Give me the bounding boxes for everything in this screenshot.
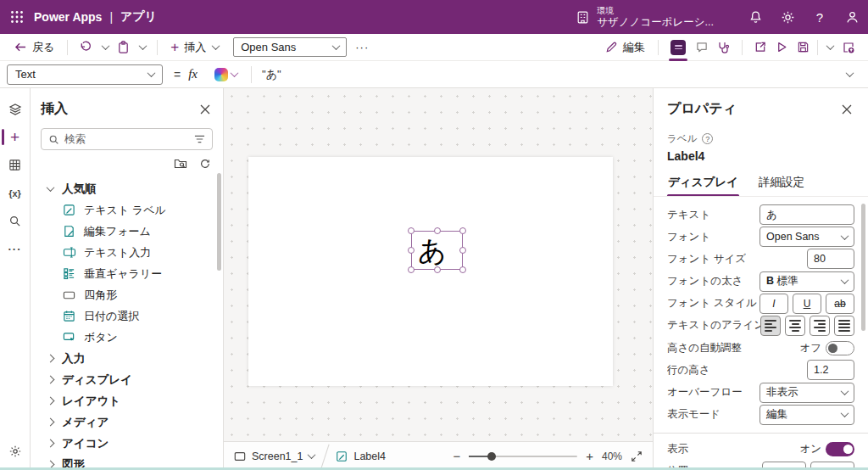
rail-insert-button[interactable]: +	[0, 123, 31, 151]
properties-panel-close-icon[interactable]	[839, 102, 854, 117]
tree-item-button[interactable]: ボタン	[41, 327, 213, 348]
align-left-button[interactable]	[760, 316, 781, 336]
back-button[interactable]: 戻る	[8, 37, 60, 58]
font-family-dropdown[interactable]: Open Sans	[233, 37, 347, 57]
tree-group-layout[interactable]: レイアウト	[41, 390, 213, 411]
resize-handle-s[interactable]	[434, 266, 441, 273]
tree-item-rectangle[interactable]: 四角形	[41, 284, 213, 305]
tree-item-date-picker[interactable]: 日付の選択	[41, 305, 213, 327]
line-height-input[interactable]: 1.2	[807, 360, 854, 380]
screen-selector[interactable]: Screen1_1	[234, 450, 314, 462]
tree-group-media[interactable]: メディア	[41, 411, 213, 433]
align-center-button[interactable]	[785, 316, 805, 336]
properties-panel-scrollbar[interactable]	[861, 204, 865, 331]
environment-picker[interactable]: 環境 サザノノコーポレーシ...	[576, 6, 714, 28]
zoom-out-button[interactable]: −	[453, 449, 460, 463]
formula-bar-expand-chevron[interactable]	[837, 71, 861, 77]
design-canvas[interactable]: あ	[224, 88, 653, 441]
resize-handle-se[interactable]	[459, 266, 466, 273]
component-library-icon[interactable]	[174, 158, 187, 170]
insert-tree: 人気順 テキスト ラベル 編集フォーム	[41, 178, 213, 470]
screen-artboard[interactable]: あ	[248, 157, 613, 386]
insert-panel-scrollbar[interactable]	[217, 173, 221, 271]
refresh-icon[interactable]	[199, 158, 211, 170]
resize-handle-ne[interactable]	[459, 227, 466, 234]
control-help-icon[interactable]: ?	[702, 133, 713, 144]
tree-group-popular[interactable]: 人気順	[41, 178, 213, 199]
auto-height-toggle[interactable]	[826, 341, 854, 355]
insert-search-input[interactable]: 検索	[41, 128, 213, 150]
property-dropdown[interactable]: Text	[7, 64, 163, 85]
app-checker-button[interactable]	[713, 38, 735, 57]
rail-data-button[interactable]	[0, 151, 31, 179]
authoring-view-button[interactable]	[665, 36, 691, 59]
overflow-dropdown[interactable]: 非表示	[760, 383, 854, 403]
paste-dropdown-chevron[interactable]	[136, 42, 150, 53]
properties-panel-title: プロパティ	[667, 100, 737, 118]
strikethrough-button[interactable]: ab	[826, 294, 854, 314]
formula-input[interactable]: "あ"	[206, 64, 837, 86]
toolbar-overflow-button[interactable]: ···	[347, 41, 377, 53]
edit-button[interactable]: 編集	[599, 37, 651, 58]
rail-tree-view-button[interactable]	[0, 95, 31, 123]
clipboard-paste-icon	[117, 41, 130, 54]
formula-text[interactable]: "あ"	[262, 67, 281, 82]
help-icon[interactable]: ?	[804, 0, 836, 34]
tree-group-icons[interactable]: アイコン	[41, 433, 213, 454]
text-value-input[interactable]: あ	[760, 204, 854, 225]
selected-control-breadcrumb[interactable]: Label4	[336, 450, 386, 462]
paste-button[interactable]	[113, 38, 134, 57]
tree-item-edit-form[interactable]: 編集フォーム	[41, 221, 213, 242]
tab-advanced[interactable]: 詳細設定	[758, 171, 805, 197]
filter-icon[interactable]	[194, 134, 205, 144]
vertical-gallery-icon	[62, 267, 76, 280]
weight-bold-glyph: B	[766, 275, 774, 287]
insert-button[interactable]: + 挿入	[164, 36, 225, 59]
account-person-icon[interactable]	[836, 0, 868, 34]
fullscreen-expand-icon[interactable]	[631, 450, 643, 462]
underline-button[interactable]: U	[793, 294, 821, 314]
tree-item-text-input[interactable]: テキスト入力	[41, 242, 213, 263]
waffle-menu-icon[interactable]	[0, 0, 34, 34]
undo-dropdown-chevron[interactable]	[98, 42, 113, 53]
rail-settings-button[interactable]	[0, 437, 31, 465]
notifications-bell-icon[interactable]	[739, 0, 771, 34]
align-right-button[interactable]	[810, 316, 830, 336]
tree-group-input[interactable]: 入力	[41, 348, 213, 369]
zoom-slider[interactable]	[469, 456, 577, 457]
tab-display[interactable]: ディスプレイ	[667, 171, 739, 197]
preview-play-button[interactable]	[771, 38, 793, 56]
resize-handle-sw[interactable]	[408, 266, 415, 273]
tree-item-text-label[interactable]: テキスト ラベル	[41, 199, 213, 221]
italic-button[interactable]: I	[760, 294, 788, 314]
resize-handle-w[interactable]	[408, 247, 415, 254]
copilot-button[interactable]	[211, 66, 241, 83]
insert-panel-close-icon[interactable]	[198, 102, 213, 117]
publish-button[interactable]	[837, 38, 860, 57]
font-dropdown[interactable]: Open Sans	[760, 227, 854, 247]
save-button[interactable]	[793, 38, 814, 56]
align-justify-button[interactable]	[834, 316, 854, 336]
resize-handle-e[interactable]	[459, 247, 466, 254]
app-title-brand[interactable]: Power Apps	[34, 10, 102, 24]
resize-handle-nw[interactable]	[408, 227, 415, 234]
resize-handle-n[interactable]	[434, 227, 441, 234]
rail-variables-button[interactable]: {x}	[0, 179, 31, 207]
visible-toggle[interactable]	[826, 442, 854, 456]
selected-label-control[interactable]: あ	[411, 231, 463, 270]
undo-button[interactable]	[75, 38, 97, 56]
zoom-in-button[interactable]: +	[586, 449, 593, 463]
settings-gear-icon[interactable]	[771, 0, 804, 34]
tree-group-display[interactable]: ディスプレイ	[41, 369, 213, 390]
font-weight-dropdown[interactable]: B 標準	[760, 271, 854, 292]
zoom-slider-knob[interactable]	[487, 452, 496, 461]
rail-more-button[interactable]: ···	[0, 235, 31, 263]
zoom-percentage[interactable]: 40%	[602, 450, 622, 462]
share-button[interactable]	[749, 38, 771, 56]
save-dropdown-chevron[interactable]	[823, 42, 837, 53]
comments-button[interactable]	[691, 38, 713, 56]
font-size-input[interactable]: 80	[807, 249, 854, 269]
display-mode-dropdown[interactable]: 編集	[760, 405, 854, 425]
tree-item-vertical-gallery[interactable]: 垂直ギャラリー	[41, 263, 213, 284]
rail-search-button[interactable]	[0, 207, 31, 235]
